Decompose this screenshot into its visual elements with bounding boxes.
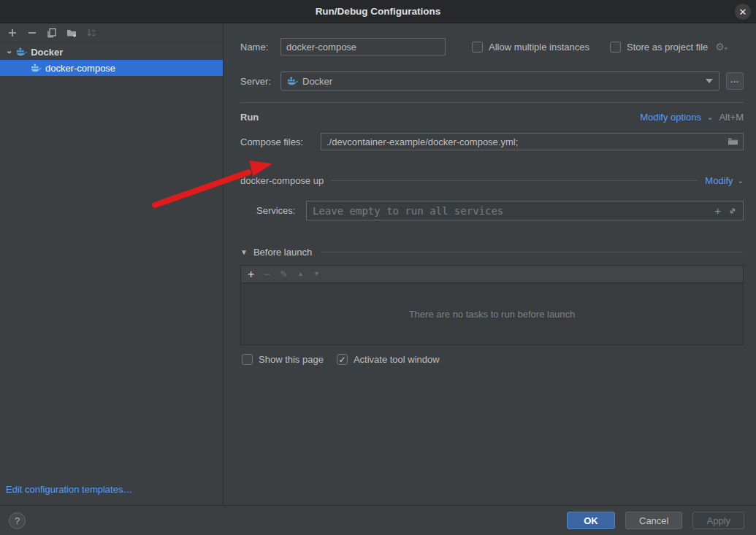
docker-icon [287,76,298,86]
move-down-icon[interactable]: ▼ [313,271,320,277]
server-more-button[interactable]: ... [726,72,744,90]
store-as-project-file-checkbox[interactable] [610,42,621,53]
add-service-icon[interactable]: + [714,205,721,216]
tasks-toolbar: + − ✎ ▲ ▼ [241,266,743,283]
store-as-project-file-option: Store as project file ⚙▾ [610,41,728,53]
tree-item-docker-compose[interactable]: docker-compose [0,60,223,76]
sidebar-toolbar [0,23,223,42]
copy-configuration-icon[interactable] [45,26,58,39]
before-launch-label: Before launch [253,247,312,258]
chevron-down-icon[interactable]: ⌄ [6,46,12,55]
remove-task-icon[interactable]: − [264,269,270,280]
show-this-page-checkbox[interactable] [242,354,253,365]
chevron-down-icon: ⌄ [738,177,744,185]
services-input[interactable] [313,205,714,217]
tree-item-docker[interactable]: ⌄ Docker [0,44,223,60]
dialog-footer: ? OK Cancel Apply [0,505,756,535]
run-section-title: Run [240,112,259,123]
combo-arrow-icon [706,79,713,83]
dialog-title: Run/Debug Configurations [316,6,441,17]
server-select[interactable]: Docker [280,72,719,91]
cancel-button[interactable]: Cancel [625,512,682,529]
modify-options-shortcut: Alt+M [719,112,744,123]
tree-item-label: docker-compose [45,63,115,74]
show-this-page-label: Show this page [259,354,324,365]
collapse-triangle-icon[interactable]: ▼ [240,248,248,256]
ok-button[interactable]: OK [567,512,615,529]
new-folder-icon[interactable] [65,26,78,39]
folder-icon[interactable] [728,136,738,146]
services-label: Services: [256,205,306,216]
configurations-sidebar: ⌄ Docker docker-compose Edit configurati… [0,23,224,505]
server-label: Server: [240,76,280,87]
edit-configuration-templates-link[interactable]: Edit configuration templates… [0,477,223,505]
tree-item-label: Docker [31,47,63,58]
apply-button: Apply [692,512,744,529]
no-tasks-message: There are no tasks to run before launch [241,283,743,345]
store-as-project-file-label: Store as project file [627,42,708,53]
expand-icon[interactable] [728,207,737,215]
help-icon[interactable]: ? [9,512,26,529]
docker-icon [31,63,42,73]
docker-icon [16,47,27,57]
remove-configuration-icon[interactable] [26,26,39,39]
activate-tool-window-label: Activate tool window [354,354,440,365]
section-line [321,252,744,253]
server-value: Docker [302,76,332,87]
allow-multiple-instances-label: Allow multiple instances [489,42,589,53]
modify-link[interactable]: Modify [705,175,733,186]
chevron-down-icon: ⌄ [707,113,713,121]
compose-files-label: Compose files: [240,136,321,147]
move-up-icon[interactable]: ▲ [297,271,304,277]
configurations-tree: ⌄ Docker docker-compose [0,42,223,76]
allow-multiple-instances-option: Allow multiple instances [472,42,589,53]
allow-multiple-instances-checkbox[interactable] [472,42,483,53]
compose-files-input[interactable] [321,133,744,150]
name-input[interactable] [280,38,446,55]
name-label: Name: [240,42,280,53]
gear-icon[interactable]: ⚙▾ [715,41,728,53]
modify-options-link[interactable]: Modify options [640,112,701,123]
services-field: + [306,201,744,220]
docker-compose-up-section-title: docker-compose up [240,175,324,186]
titlebar: Run/Debug Configurations ✕ [0,0,756,23]
configuration-form: Name: Allow multiple instances Store as … [224,23,756,505]
run-debug-configurations-dialog: Run/Debug Configurations ✕ [0,0,756,535]
activate-tool-window-checkbox[interactable]: ✓ [337,354,348,365]
close-icon[interactable]: ✕ [735,4,751,20]
add-task-icon[interactable]: + [248,269,254,280]
edit-task-icon[interactable]: ✎ [280,269,288,279]
add-configuration-icon[interactable] [6,26,19,39]
before-launch-tasks-panel: + − ✎ ▲ ▼ There are no tasks to run befo… [240,265,744,345]
section-separator [240,102,744,103]
section-line [331,180,698,181]
sort-configurations-icon[interactable] [85,26,98,39]
